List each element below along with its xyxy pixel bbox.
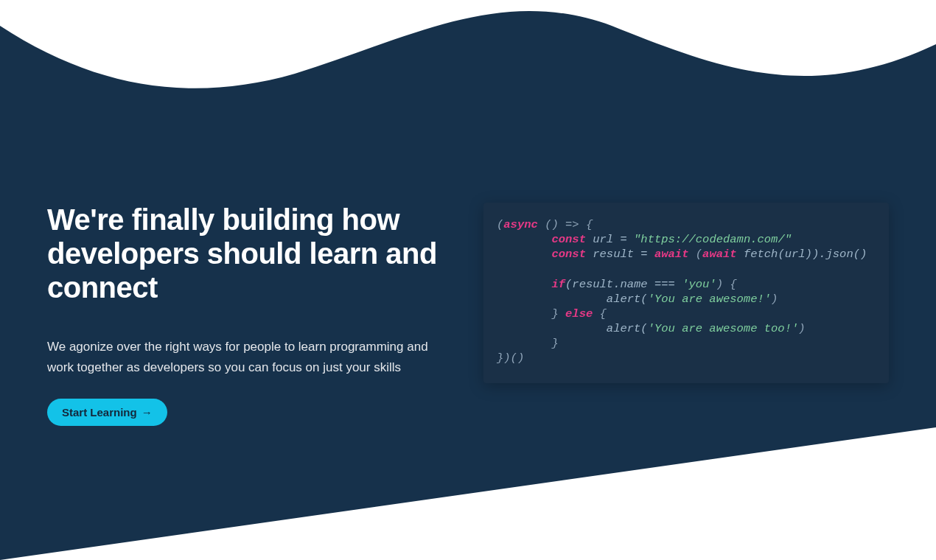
hero-subtext: We agonize over the right ways for peopl…: [47, 337, 454, 378]
hero-section: We're finally building how developers sh…: [0, 0, 936, 560]
cta-label: Start Learning: [62, 406, 137, 419]
hero-heading: We're finally building how developers sh…: [47, 203, 454, 304]
start-learning-button[interactable]: Start Learning →: [47, 399, 167, 426]
hero-text-block: We're finally building how developers sh…: [47, 203, 454, 426]
hero-content: We're finally building how developers sh…: [0, 0, 936, 426]
arrow-right-icon: →: [142, 406, 153, 419]
code-snippet: (async () => { const url = "https://code…: [497, 217, 873, 365]
code-snippet-card: (async () => { const url = "https://code…: [483, 203, 889, 383]
